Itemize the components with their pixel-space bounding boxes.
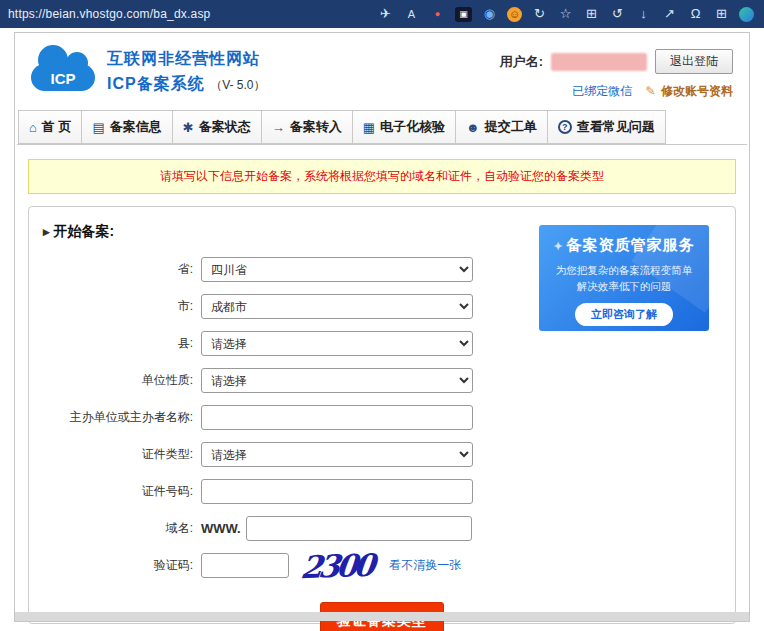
emoji-extension-icon[interactable]: ☺: [507, 7, 522, 22]
form-row-county: 县: 请选择: [29, 331, 735, 356]
promo-line2: 解决效率低下的问题: [539, 278, 709, 294]
user-icon: ☻: [466, 120, 480, 135]
promo-title: 备案资质管家服务: [567, 236, 695, 253]
tab-filing-transfer[interactable]: → 备案转入: [261, 110, 353, 144]
favorites-icon[interactable]: ☆: [557, 6, 574, 22]
font-size-icon[interactable]: A: [403, 6, 420, 22]
filing-form-panel: ▸开始备案: 省: 四川省 市: 成都市 县: 请选择: [28, 206, 736, 624]
cert-number-label: 证件号码:: [29, 483, 201, 500]
tab-filing-status[interactable]: ✱ 备案状态: [172, 110, 262, 144]
tab-e-verification-label: 电子化核验: [380, 118, 445, 136]
site-title-line1: 互联网非经营性网站: [107, 49, 265, 70]
drop-extension-icon[interactable]: ◉: [481, 6, 498, 22]
nav-tabs: ⌂ 首 页 ▤ 备案信息 ✱ 备案状态 → 备案转入 ▦ 电子化核验 ☻ 提交工…: [17, 110, 747, 145]
section-marker-icon: ▸: [43, 224, 50, 239]
county-label: 县:: [29, 335, 201, 352]
city-select[interactable]: 成都市: [201, 294, 473, 319]
question-icon: ?: [558, 120, 572, 134]
edit-account-link[interactable]: 修改账号资料: [661, 84, 733, 98]
username-value-redacted: [551, 53, 647, 71]
domain-label: 域名:: [29, 520, 201, 537]
send-icon[interactable]: ✈: [377, 6, 394, 22]
form-row-domain: 域名: WWW.: [29, 516, 735, 541]
home-icon: ⌂: [29, 120, 37, 135]
county-select[interactable]: 请选择: [201, 331, 473, 356]
org-type-label: 单位性质:: [29, 372, 201, 389]
address-bar[interactable]: https://beian.vhostgo.com/ba_dx.asp: [8, 7, 210, 21]
notice-banner: 请填写以下信息开始备案，系统将根据您填写的域名和证件，自动验证您的备案类型: [28, 159, 736, 194]
captcha-refresh-link[interactable]: 看不清换一张: [389, 557, 461, 574]
domain-input[interactable]: [246, 516, 472, 541]
recording-dot-icon[interactable]: ●: [429, 6, 446, 22]
bottom-strip: [15, 612, 749, 621]
tab-filing-transfer-label: 备案转入: [290, 118, 342, 136]
downloads-icon[interactable]: ↓: [635, 6, 652, 22]
tab-filing-status-label: 备案状态: [199, 118, 251, 136]
form-row-cert-type: 证件类型: 请选择: [29, 442, 735, 467]
logo-text: ICP: [31, 70, 95, 87]
tab-filing-info[interactable]: ▤ 备案信息: [81, 110, 172, 144]
tab-faq-label: 查看常见问题: [577, 118, 655, 136]
org-name-label: 主办单位或主办者名称:: [29, 409, 201, 426]
browser-icons: ✈ A ● ▣ ◉ ☺ ↻ ☆ ⊞ ↺ ↓ ↗ Ω ⊞: [377, 6, 754, 22]
promo-banner: ✦备案资质管家服务 为您把复杂的备案流程变简单 解决效率低下的问题 立即咨询了解: [539, 225, 709, 331]
tab-home-label: 首 页: [42, 118, 72, 136]
pencil-icon: ✎: [646, 84, 656, 98]
org-name-input[interactable]: [201, 405, 473, 430]
arrow-right-icon: →: [272, 120, 285, 135]
share-icon[interactable]: ↗: [661, 6, 678, 22]
apps-icon[interactable]: ⊞: [713, 6, 730, 22]
province-label: 省:: [29, 261, 201, 278]
site-title-line2: ICP备案系统: [107, 75, 205, 92]
promo-line1: 为您把复杂的备案流程变简单: [539, 262, 709, 278]
translate-icon[interactable]: ↻: [531, 6, 548, 22]
icp-cloud-logo: ICP: [31, 45, 95, 91]
site-header: ICP 互联网非经营性网站 ICP备案系统 （V- 5.0） 用户名: 退出登陆…: [15, 33, 749, 106]
captcha-label: 验证码:: [29, 557, 201, 574]
wechat-bound-link[interactable]: 已绑定微信: [572, 84, 632, 98]
sparkle-icon: ✦: [553, 240, 563, 252]
form-row-captcha: 验证码: 2300 看不清换一张: [29, 553, 735, 578]
document-icon: ▤: [92, 120, 104, 135]
notifications-icon[interactable]: Ω: [687, 6, 704, 22]
org-type-select[interactable]: 请选择: [201, 368, 473, 393]
history-icon[interactable]: ↺: [609, 6, 626, 22]
cert-type-select[interactable]: 请选择: [201, 442, 473, 467]
logout-button[interactable]: 退出登陆: [655, 49, 733, 74]
tab-submit-ticket[interactable]: ☻ 提交工单: [455, 110, 548, 144]
form-row-org-type: 单位性质: 请选择: [29, 368, 735, 393]
form-row-cert-number: 证件号码:: [29, 479, 735, 504]
tab-submit-ticket-label: 提交工单: [485, 118, 537, 136]
form-row-org-name: 主办单位或主办者名称:: [29, 405, 735, 430]
site-frame: ICP 互联网非经营性网站 ICP备案系统 （V- 5.0） 用户名: 退出登陆…: [14, 32, 750, 622]
site-version: （V- 5.0）: [210, 78, 265, 92]
gear-icon: ✱: [183, 120, 194, 135]
cert-number-input[interactable]: [201, 479, 473, 504]
browser-logo-icon[interactable]: [739, 7, 754, 22]
tab-faq[interactable]: ? 查看常见问题: [547, 110, 666, 144]
captcha-input[interactable]: [201, 553, 289, 578]
www-prefix: WWW.: [201, 521, 241, 536]
captcha-image: 2300: [299, 546, 373, 584]
tab-e-verification[interactable]: ▦ 电子化核验: [352, 110, 456, 144]
promo-consult-button[interactable]: 立即咨询了解: [575, 303, 673, 326]
tab-filing-info-label: 备案信息: [110, 118, 162, 136]
dark-extension-icon[interactable]: ▣: [455, 7, 472, 22]
province-select[interactable]: 四川省: [201, 257, 473, 282]
browser-toolbar: https://beian.vhostgo.com/ba_dx.asp ✈ A …: [0, 0, 764, 28]
monitor-icon: ▦: [363, 120, 375, 135]
city-label: 市:: [29, 298, 201, 315]
username-label: 用户名:: [500, 53, 543, 71]
collections-icon[interactable]: ⊞: [583, 6, 600, 22]
tab-home[interactable]: ⌂ 首 页: [18, 110, 82, 144]
cert-type-label: 证件类型:: [29, 446, 201, 463]
